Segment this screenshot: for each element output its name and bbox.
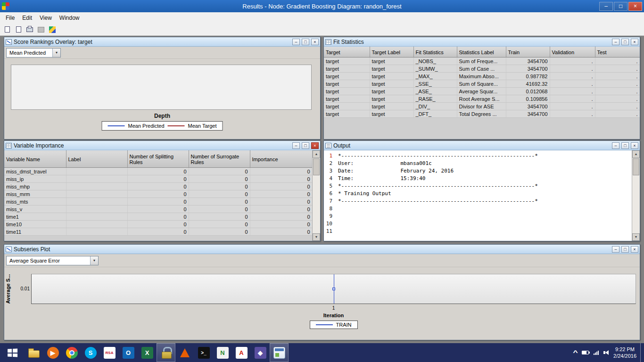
score-measure-dropdown[interactable]: Mean Predicted ▾ xyxy=(6,48,61,58)
wizard-button[interactable] xyxy=(47,25,58,35)
battery-icon[interactable] xyxy=(582,351,589,354)
excel-taskbar-icon[interactable]: X xyxy=(138,343,157,362)
new-document-button[interactable] xyxy=(2,25,12,35)
menu-item-file[interactable]: File xyxy=(2,13,18,23)
table-row[interactable]: time1000 xyxy=(4,213,312,221)
table-row[interactable]: targettarget_DIV_Divisor for ASE3454700.… xyxy=(324,103,640,110)
output-text-area[interactable]: 1*--------------------------------------… xyxy=(324,150,640,241)
maximize-button[interactable]: □ xyxy=(302,142,309,149)
close-button[interactable]: × xyxy=(628,2,642,11)
scroll-up-icon[interactable]: ▲ xyxy=(632,150,640,158)
vertical-scrollbar[interactable]: ▲ ▼ xyxy=(632,150,640,241)
vertical-scrollbar[interactable]: ▲ ▼ xyxy=(312,150,320,241)
skype-taskbar-icon[interactable]: S xyxy=(81,343,100,362)
close-button[interactable]: × xyxy=(631,246,638,253)
maximize-button[interactable]: □ xyxy=(621,39,629,45)
table-row[interactable]: miss_mhp000 xyxy=(4,183,312,190)
menu-item-edit[interactable]: Edit xyxy=(18,13,36,23)
line-text: *---------------------------------------… xyxy=(338,182,538,190)
fit-statistics-titlebar[interactable]: Fit Statistics – □ × xyxy=(324,37,640,47)
score-rankings-titlebar[interactable]: Score Rankings Overlay: target – □ × xyxy=(4,37,320,47)
table-row[interactable]: miss_ip000 xyxy=(4,175,312,183)
column-header[interactable]: Label xyxy=(66,151,127,168)
subseries-measure-dropdown[interactable]: Average Square Error ▾ xyxy=(6,256,99,265)
column-header[interactable]: Train xyxy=(506,47,550,58)
table-row[interactable]: targettarget_MAX_Maximum Abso...0.987782… xyxy=(324,73,640,80)
table-row[interactable]: targettarget_ASE_Average Squar...0.01206… xyxy=(324,88,640,95)
chevron-down-icon[interactable]: ▾ xyxy=(52,49,60,57)
close-button[interactable]: × xyxy=(311,142,319,149)
tray-overflow-chevron-icon[interactable]: ^ xyxy=(573,349,578,356)
table-row[interactable]: miss_mts000 xyxy=(4,198,312,206)
rsa-taskbar-icon[interactable]: RSA xyxy=(100,343,119,362)
cmd-taskbar-icon[interactable]: >_ xyxy=(194,343,213,362)
close-button[interactable]: × xyxy=(311,39,319,45)
minimize-button[interactable]: – xyxy=(612,142,619,149)
table-row[interactable]: time11000 xyxy=(4,228,312,236)
table-row[interactable]: targettarget_SUMW_Sum of Case ...3454700… xyxy=(324,65,640,73)
column-header[interactable]: Target Label xyxy=(370,47,413,58)
scroll-down-icon[interactable]: ▼ xyxy=(632,233,640,241)
table-row[interactable]: targettarget_NOBS_Sum of Freque...345470… xyxy=(324,58,640,65)
show-desktop-button[interactable] xyxy=(640,343,644,362)
network-signal-icon[interactable] xyxy=(594,350,599,355)
notes-taskbar-icon[interactable]: N xyxy=(213,343,232,362)
minimize-button[interactable]: – xyxy=(292,39,300,45)
menu-item-view[interactable]: View xyxy=(36,13,56,23)
main-titlebar[interactable]: Results - Node: Gradient Boosting Diagra… xyxy=(0,0,644,12)
minimize-button[interactable]: – xyxy=(599,2,613,11)
scroll-down-icon[interactable]: ▼ xyxy=(313,233,320,241)
table-row[interactable]: miss_mrm000 xyxy=(4,190,312,198)
sas-taskbar-icon[interactable] xyxy=(270,343,289,362)
column-header[interactable]: Importance xyxy=(250,151,312,168)
media-taskbar-icon[interactable]: ▶ xyxy=(43,343,62,362)
menu-item-window[interactable]: Window xyxy=(56,13,83,23)
maximize-button[interactable]: □ xyxy=(614,2,627,11)
table-row[interactable]: targettarget_RASE_Root Average S...0.109… xyxy=(324,95,640,103)
table-row[interactable]: targettarget_SSE_Sum of Square...41692.3… xyxy=(324,80,640,88)
start-button[interactable] xyxy=(0,343,25,362)
column-header[interactable]: Number of Surrogate Rules xyxy=(189,151,250,168)
maximize-button[interactable]: □ xyxy=(621,246,629,253)
scrollbar-thumb[interactable] xyxy=(313,158,320,175)
minimize-button[interactable]: – xyxy=(612,39,619,45)
copy-button[interactable] xyxy=(36,25,46,35)
table-cell: _SUMW_ xyxy=(413,65,457,73)
variable-importance-titlebar[interactable]: Variable Importance – □ × xyxy=(4,141,320,150)
table-row[interactable]: targettarget_DFT_Total Degrees ...345470… xyxy=(324,110,640,118)
maximize-button[interactable]: □ xyxy=(621,142,629,149)
chrome-taskbar-icon[interactable] xyxy=(62,343,81,362)
acrobat-taskbar-icon[interactable]: A xyxy=(232,343,251,362)
outlook-taskbar-icon[interactable]: O xyxy=(119,343,138,362)
close-button[interactable]: × xyxy=(631,142,638,149)
table-cell: _NOBS_ xyxy=(413,58,457,65)
close-button[interactable]: × xyxy=(631,39,638,45)
output-titlebar[interactable]: Output – □ × xyxy=(324,141,640,150)
explorer-taskbar-icon[interactable] xyxy=(25,343,43,362)
taskbar-clock[interactable]: 9:22 PM 2/24/2016 xyxy=(613,346,636,359)
table-row[interactable]: miss_v000 xyxy=(4,206,312,213)
scroll-up-icon[interactable]: ▲ xyxy=(313,150,320,158)
purple-taskbar-icon[interactable]: ◆ xyxy=(251,343,270,362)
chevron-down-icon[interactable]: ▾ xyxy=(90,256,98,265)
column-header[interactable]: Number of Splitting Rules xyxy=(127,151,189,168)
subseries-titlebar[interactable]: Subseries Plot – □ × xyxy=(4,245,640,254)
column-header[interactable]: Target xyxy=(324,47,370,58)
table-row[interactable]: time10000 xyxy=(4,221,312,228)
column-header[interactable]: Variable Name xyxy=(4,151,66,168)
table-cell: 0 xyxy=(127,198,189,206)
open-document-button[interactable] xyxy=(13,25,24,35)
minimize-button[interactable]: – xyxy=(292,142,300,149)
minimize-button[interactable]: – xyxy=(612,246,619,253)
column-header[interactable]: Statistics Label xyxy=(457,47,506,58)
column-header[interactable]: Test xyxy=(595,47,640,58)
scrollbar-thumb[interactable] xyxy=(633,158,639,175)
lock-taskbar-icon[interactable] xyxy=(157,343,175,362)
print-button[interactable] xyxy=(25,25,35,35)
table-row[interactable]: miss_dmst_travel000 xyxy=(4,168,312,175)
column-header[interactable]: Fit Statistics xyxy=(413,47,457,58)
vlc-taskbar-icon[interactable] xyxy=(175,343,194,362)
column-header[interactable]: Validation xyxy=(550,47,595,58)
volume-icon[interactable] xyxy=(603,350,609,355)
maximize-button[interactable]: □ xyxy=(302,39,309,45)
